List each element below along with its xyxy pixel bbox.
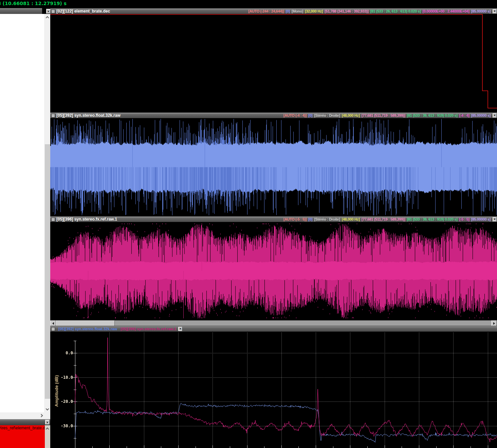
scroll-left-icon [52,322,54,325]
dec-trace-canvas[interactable] [50,14,497,112]
y-tick-label: -20.0 [61,399,73,404]
header-info-segment: [0] [286,9,290,13]
waveform-canvas-float32k[interactable] [50,118,497,216]
scroll-right-icon[interactable] [40,414,43,417]
header-info-segment: [51,788 (341,146 : 392,933)] [325,9,368,13]
header-info-segment: [AUTO (-4 : 4)] [283,113,307,117]
left-horizontal-scrollbar[interactable] [0,412,50,419]
panel-grid-icon[interactable]: ∷ [51,114,55,117]
close-button-panel-2[interactable]: × [493,113,497,118]
y-axis-label: Amplitude (dB) [54,375,59,407]
alert-panel-titlebar [0,419,50,425]
panel-title: [02][122] element_brate.dec [56,9,110,14]
panel-info-segments: [AUTO (-5 : 5)][0][Stéréo : Droite][48,0… [283,217,491,221]
panel-header-fxref[interactable]: ∷ [05][396] syn.stereo.fx.ref.raw.1 [AUT… [50,216,497,222]
scroll-left-button[interactable] [50,320,56,326]
scroll-right-icon [493,322,495,325]
panel-title: [05][392] syn.stereo.float.32k.raw [56,113,121,118]
legend-entry: [05][396] syn.stereo.fx.ref.raw.1 [121,327,176,331]
header-info-segment: [81 (533 : 39, 613 : 919) 0.020 s] [407,113,458,117]
left-pane-header [0,8,42,14]
left-vertical-scrollbar[interactable] [45,14,50,412]
header-info-segment: [81 (533 : 39, 613 : 919) 0.020 s] [407,217,458,221]
scroll-up-icon[interactable] [46,428,49,431]
close-button-alert-panel[interactable]: × [45,420,50,425]
left-vertical-scrollbar-thumb[interactable] [45,144,50,399]
header-info-segment: [0] [308,217,312,221]
header-info-segment: [85.00000 s] [471,9,491,13]
header-info-segment: [Mono] [292,9,303,13]
file-list-pane[interactable] [0,14,45,412]
close-button-panel-1[interactable]: × [493,9,497,14]
header-info-segment: [85.00000 s] [471,113,491,117]
spectrum-plot-canvas[interactable] [50,332,497,448]
alert-file-panel[interactable]: v\res_ref\element_brate.dec [0,425,45,448]
panel-info-segments: [AUTO (-244 : 24,644)][0][Mono][32,000 H… [248,9,491,13]
header-info-segment: [-5 : 5] [459,217,470,221]
scroll-up-icon[interactable] [46,16,49,20]
panel-grid-icon[interactable]: ∷ [51,327,55,331]
alert-file-path: v\res_ref\element_brate.dec [0,426,45,430]
scroll-right-button[interactable] [491,320,497,326]
header-info-segment: [AUTO (-5 : 5)] [283,217,307,221]
panel-info-segments: [AUTO (-4 : 4)][0][Stéréo : Droite][48,0… [283,113,491,117]
main-scrollbar-thumb[interactable] [56,320,115,326]
alert-panel-scrollbar[interactable] [45,425,50,448]
time-selection-readout: 8 (10.66081 : 12.27919) s [0,0,102,7]
main-horizontal-scrollbar[interactable] [50,320,497,326]
panel-grid-icon[interactable]: ∷ [51,10,55,13]
scroll-down-icon[interactable] [46,407,49,411]
panel-grid-icon[interactable]: ∷ [51,218,55,221]
header-info-segment: [48,000 Hz] [342,113,360,117]
header-info-segment: [-4 : 4] [459,113,470,117]
header-info-segment: [48,000 Hz] [342,217,360,221]
close-button-panel-3[interactable]: × [493,217,497,222]
app-root: { "top_bar": { "selection_text": "8 (10.… [0,0,497,448]
close-button-panel-4[interactable]: × [178,327,182,331]
waveform-canvas-fxref[interactable] [50,222,497,320]
header-info-segment: [Stéréo : Droite] [314,217,340,221]
header-info-segment: [77,681 (511,719 : 589,399)] [362,113,405,117]
panel-header-float32k[interactable]: ∷ [05][392] syn.stereo.float.32k.raw [AU… [50,112,497,118]
header-info-segment: [32,000 Hz] [305,9,323,13]
header-info-segment: [77,681 (511,719 : 589,399)] [362,217,405,221]
header-info-segment: [0] [308,113,312,117]
header-info-segment: [Stéréo : Droite] [314,113,340,117]
panel-header-element-brate[interactable]: ∷ [02][122] element_brate.dec [AUTO (-24… [50,8,497,14]
time-selection-text: 8 (10.66081 : 12.27919) s [0,1,67,6]
header-info-segment: [AUTO (-244 : 24,644)] [248,9,284,13]
panel-header-spectrum[interactable]: ∷ [05][392] syn.stereo.float.32k.raw[05]… [50,326,497,332]
panel-title: [05][396] syn.stereo.fx.ref.raw.1 [56,217,117,222]
header-info-segment: [0.00000E+00 : 2.44000E+04] [423,9,470,13]
y-tick-label: -10.0 [61,375,73,380]
legend-entry: [05][392] syn.stereo.float.32k.raw [58,327,117,331]
header-info-segment: [85.00000 s] [471,217,491,221]
header-info-segment: [81 (533 : 26, 613 : 613) 0.020 s] [370,9,421,13]
y-tick-label: 0.0 [66,351,73,355]
y-tick-label: -30.0 [61,424,73,428]
spectrum-legend: [05][392] syn.stereo.float.32k.raw[05][3… [58,327,176,331]
